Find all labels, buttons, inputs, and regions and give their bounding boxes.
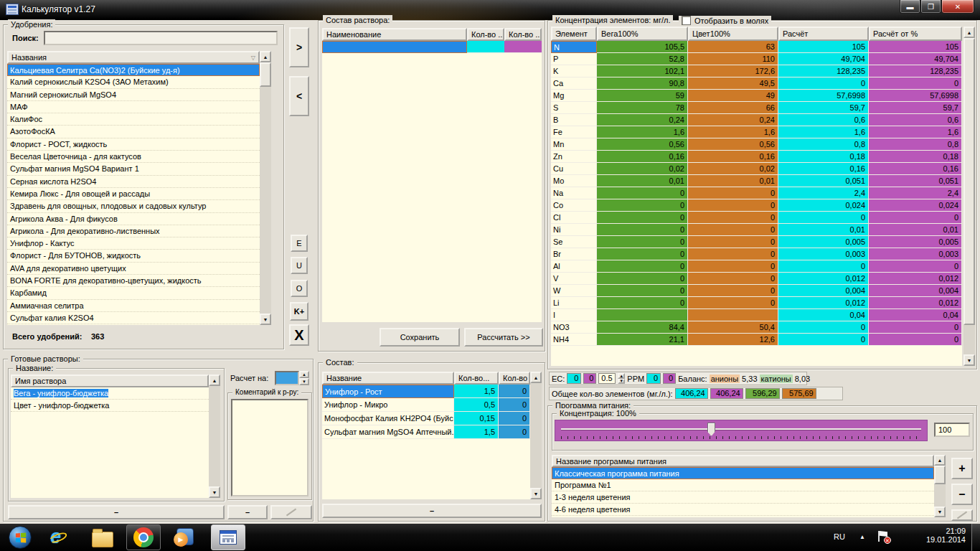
fertilizer-item[interactable]: Кемира Люкс - Для овощей и рассады: [7, 188, 260, 200]
col-pct-header[interactable]: Расчёт от %: [869, 27, 962, 41]
close-button[interactable]: ✕: [941, 0, 974, 14]
element-row-Mo[interactable]: Mo0,010,010,0510,051: [551, 175, 962, 187]
slider-thumb[interactable]: [707, 423, 715, 436]
concentration-table[interactable]: N105,563105105P52,811049,70449,704K102,1…: [551, 41, 962, 346]
program-list[interactable]: Классическая программа питанияПрограмма …: [552, 467, 934, 517]
fertilizer-list-header[interactable]: Названия ▽: [7, 51, 260, 64]
scroll-up-icon[interactable]: ▲: [934, 455, 946, 466]
o-button[interactable]: O: [291, 280, 308, 297]
edit-solution-button[interactable]: [270, 505, 312, 519]
calculator-app-button[interactable]: [211, 524, 245, 550]
start-button[interactable]: [9, 526, 32, 549]
element-row-P[interactable]: P52,811049,70449,704: [551, 53, 962, 65]
element-row-Se[interactable]: Se000,0050,005: [551, 236, 962, 248]
element-row-W[interactable]: W000,0040,004: [551, 285, 962, 297]
remove-from-solution-button[interactable]: <: [289, 76, 309, 116]
clear-button[interactable]: X: [289, 324, 309, 346]
program-scrollbar[interactable]: ▲ ▼: [934, 455, 946, 517]
element-row-Mg[interactable]: Mg594957,699857,6998: [551, 90, 962, 102]
program-item[interactable]: Программа №1: [552, 479, 934, 491]
scrollbar-thumb[interactable]: [934, 466, 946, 484]
element-row-S[interactable]: S786659,759,7: [551, 102, 962, 114]
program-item[interactable]: 4-6 неделя цветения: [552, 504, 934, 516]
element-row-Ni[interactable]: Ni000,010,01: [551, 224, 962, 236]
ec-spinner[interactable]: ▲▼: [618, 373, 625, 384]
fertilizer-item[interactable]: КалиФос: [7, 113, 260, 126]
solution-list[interactable]: [322, 41, 542, 322]
program-list-header[interactable]: Название программы питания: [552, 455, 934, 467]
fertilizer-item[interactable]: Калий сернокислый K2SO4 (ЗАО Метахим): [7, 76, 260, 88]
element-row-Mn[interactable]: Mn0,560,560,80,8: [551, 138, 962, 151]
fertilizer-item[interactable]: Магний сернокислый MgSO4: [7, 89, 260, 101]
tray-expand-icon[interactable]: ▲: [859, 534, 865, 540]
fertilizer-item[interactable]: Аммиачная селитра: [7, 300, 260, 312]
program-item[interactable]: 1-3 неделя цветения: [552, 491, 934, 504]
scroll-down-icon[interactable]: ▼: [934, 507, 946, 517]
element-row-Cu[interactable]: Cu0,020,020,160,16: [551, 163, 962, 175]
k-plus-button[interactable]: K+: [290, 302, 308, 321]
solution-item[interactable]: Вега - унифлор-бюджетка: [11, 387, 209, 400]
col-qty2-header[interactable]: Кол-во ...: [499, 372, 530, 385]
col-vega-header[interactable]: Вега100%: [597, 27, 688, 41]
scroll-up-icon[interactable]: ▲: [530, 372, 542, 383]
col-name-header[interactable]: Название: [322, 372, 454, 385]
save-button[interactable]: Сохранить: [380, 328, 460, 347]
composition-row[interactable]: Сульфат магния MgSO4 Аптечный.1,50: [322, 425, 530, 439]
solution-table-header[interactable]: Наименование Кол-во ... Кол-во ...: [322, 28, 542, 41]
fertilizer-list[interactable]: Кальциевая Селитра Ca(NO3)2 (Буйские уд-…: [7, 64, 260, 325]
element-row-Li[interactable]: Li000,0120,012: [551, 297, 962, 309]
fertilizer-item[interactable]: Агрикола Аква - Для фикусов: [7, 213, 260, 225]
element-row-K[interactable]: K102,1172,6128,235128,235: [551, 65, 962, 77]
composition-row[interactable]: Унифлор - Микро0,50: [322, 398, 530, 412]
fertilizer-item[interactable]: Кальциевая Селитра Ca(NO3)2 (Буйские уд-…: [7, 64, 260, 76]
element-row-Fe[interactable]: Fe1,61,61,61,6: [551, 126, 962, 138]
composition-table-header[interactable]: Название Кол-во... Кол-во ...: [322, 372, 530, 385]
scroll-down-icon[interactable]: ▼: [209, 486, 220, 498]
ec-spin-input[interactable]: 0.5: [598, 373, 616, 384]
element-row-Br[interactable]: Br000,0030,003: [551, 248, 962, 260]
element-row-Co[interactable]: Co000,0240,024: [551, 199, 962, 212]
element-row-N[interactable]: N105,563105105: [551, 41, 962, 53]
window-titlebar[interactable]: Калькулятор v1.27 ▬ ❐ ✕: [0, 0, 980, 20]
fertilizer-item[interactable]: Флорист - Для БУТОНОВ, жидкость: [7, 250, 260, 262]
chrome-button[interactable]: [126, 524, 161, 550]
solution-selected-row[interactable]: [322, 41, 542, 53]
scroll-up-icon[interactable]: ▲: [963, 27, 975, 38]
restore-button[interactable]: ❐: [920, 0, 941, 14]
calc-for-spinner[interactable]: ▲▼: [275, 371, 309, 385]
show-desktop-button[interactable]: [971, 524, 980, 551]
remove-composition-button[interactable]: –: [322, 504, 542, 518]
calc-for-value[interactable]: [275, 371, 299, 385]
col-cvet-header[interactable]: Цвет100%: [688, 27, 778, 41]
scroll-down-icon[interactable]: ▼: [530, 488, 542, 499]
element-row-V[interactable]: V000,0120,012: [551, 273, 962, 285]
scroll-up-icon[interactable]: ▲: [209, 375, 220, 386]
composition-list[interactable]: Унифлор - Рост1,50Унифлор - Микро0,50Мон…: [322, 385, 530, 439]
element-row-B[interactable]: B0,240,240,60,6: [551, 114, 962, 126]
e-button[interactable]: E: [291, 235, 308, 252]
u-button[interactable]: U: [291, 257, 308, 274]
col-calc-header[interactable]: Расчёт: [778, 27, 869, 41]
add-program-button[interactable]: +: [951, 458, 973, 479]
slider-track[interactable]: [561, 428, 921, 430]
fertilizer-item[interactable]: Карбамид: [7, 287, 260, 299]
fertilizer-item[interactable]: BONA FORTE для декоративно-цветущих, жид…: [7, 275, 260, 287]
concentration-table-header[interactable]: Элемент Вега100% Цвет100% Расчёт Расчёт …: [551, 27, 962, 41]
element-row-NH4[interactable]: NH421,112,600: [551, 334, 962, 346]
scroll-up-icon[interactable]: ▲: [260, 51, 271, 62]
scrollbar-thumb[interactable]: [963, 38, 975, 325]
fertilizer-item[interactable]: Флорист - РОСТ, жидкость: [7, 138, 260, 151]
remove-program-button[interactable]: –: [951, 484, 973, 505]
fertilizer-item[interactable]: AVA для декоративно цветущих: [7, 263, 260, 275]
concentration-value-input[interactable]: 100: [934, 423, 970, 437]
fertilizer-item[interactable]: Сульфат магния MgSO4 Вариант 1: [7, 163, 260, 175]
program-item[interactable]: Классическая программа питания: [552, 467, 934, 479]
media-player-button[interactable]: ▶: [172, 527, 197, 550]
fertilizer-item[interactable]: Серная кислота H2SO4: [7, 176, 260, 188]
col-name-header[interactable]: Наименование: [322, 28, 467, 41]
scroll-down-icon[interactable]: ▼: [963, 354, 975, 366]
col-qty1-header[interactable]: Кол-во ...: [467, 28, 504, 41]
composition-row[interactable]: Монофосфат Калия KH2PO4 (Буйски0,150: [322, 412, 530, 425]
calculate-button[interactable]: Рассчитать >>: [464, 328, 543, 347]
element-row-Zn[interactable]: Zn0,160,160,180,18: [551, 151, 962, 163]
